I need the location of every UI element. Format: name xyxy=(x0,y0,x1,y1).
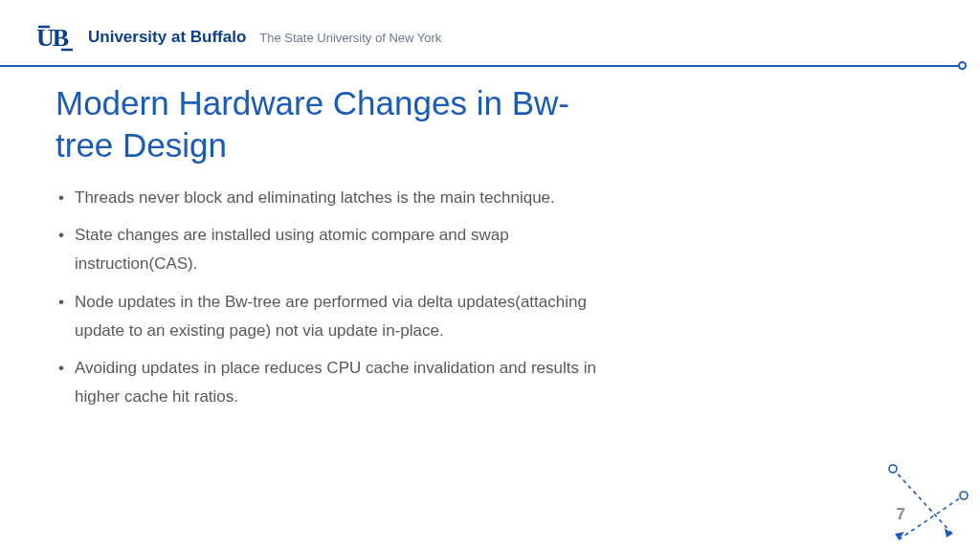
header-divider xyxy=(0,65,963,67)
slide-header: UB University at Buffalo The State Unive… xyxy=(0,0,980,63)
bullet-item: Threads never block and eliminating latc… xyxy=(56,184,612,212)
university-name: University at Buffalo xyxy=(88,28,246,47)
slide-title: Modern Hardware Changes in Bw-tree Desig… xyxy=(56,82,612,166)
ub-logo-icon: UB xyxy=(36,23,77,52)
bullet-item: State changes are installed using atomic… xyxy=(56,221,612,278)
tagline: The State University of New York xyxy=(259,31,441,45)
svg-text:UB: UB xyxy=(36,24,69,52)
divider-end-circle-icon xyxy=(958,61,967,70)
svg-line-5 xyxy=(899,496,964,540)
svg-line-3 xyxy=(893,469,952,534)
slide-content: Modern Hardware Changes in Bw-tree Desig… xyxy=(0,63,612,411)
corner-decoration-icon xyxy=(870,455,975,546)
svg-point-4 xyxy=(889,465,897,473)
bullet-item: Avoiding updates in place reduces CPU ca… xyxy=(56,354,612,411)
bullet-item: Node updates in the Bw-tree are performe… xyxy=(56,288,612,345)
svg-point-6 xyxy=(960,492,968,499)
bullet-list: Threads never block and eliminating latc… xyxy=(56,184,612,411)
